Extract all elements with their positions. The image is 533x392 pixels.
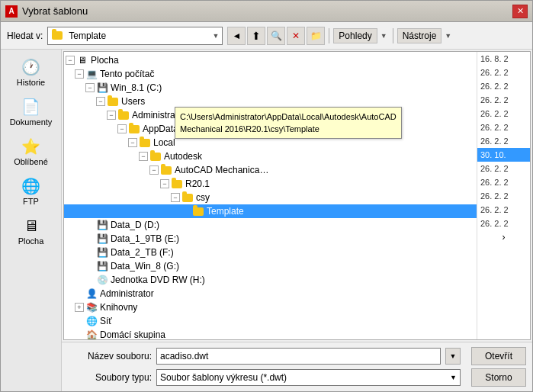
expand-appdata[interactable]: −	[117, 124, 127, 133]
drive-c-icon: 💾	[96, 82, 108, 93]
chevron-right-icon: ›	[502, 232, 506, 243]
tree-view: − 🖥 Plocha − 💻 Tento počítač	[64, 52, 477, 339]
expand-right[interactable]: ›	[477, 230, 530, 244]
open-button[interactable]: Otevřít	[471, 347, 526, 365]
look-in-value: Template	[69, 31, 209, 41]
tree-label-1: Tento počítač	[100, 69, 154, 79]
date-row-4: 26. 2. 2	[477, 107, 530, 120]
history-icon: 🕐	[19, 56, 43, 78]
toolbar: Hledat v: Template ▼ ◄ ⬆ 🔍 ✕ 📁 Pohledy ▼…	[1, 22, 532, 50]
toolbar-separator	[329, 28, 329, 43]
date-row-3: 26. 2. 2	[477, 93, 530, 107]
expand-admin[interactable]: −	[107, 111, 116, 120]
filetype-arrow-icon: ▼	[450, 374, 457, 381]
ftp-icon: 🌐	[19, 175, 43, 197]
expand-users[interactable]: −	[96, 97, 105, 106]
filename-label: Název souboru:	[68, 351, 152, 361]
expand-knihovny[interactable]: +	[75, 303, 84, 312]
bottom-fields: Název souboru: ▼ Soubory typu: Soubor ša…	[68, 345, 461, 388]
tree-item-data-d[interactable]: 💾 Data_D (D:)	[64, 218, 477, 232]
sidebar-item-plocha[interactable]: 🖥 Plocha	[4, 211, 59, 249]
path-tooltip: C:\Users\Administrator\AppData\Local\Aut…	[175, 107, 402, 139]
drive-d-icon: 💾	[96, 220, 108, 230]
date-row-10: 26. 2. 2	[477, 189, 530, 203]
sidebar-label-1: Dokumenty	[10, 117, 53, 127]
delete-button[interactable]: ✕	[287, 27, 305, 45]
tree-item-data-2-tb[interactable]: 💾 Data_2_TB (F:)	[64, 246, 477, 259]
tooltip-line2: Mechanical 2016\R20.1\csy\Template	[180, 123, 397, 135]
filetype-value: Soubor šablony výkresu (*.dwt)	[160, 372, 287, 383]
r20-folder-icon	[171, 178, 183, 189]
sidebar-item-dokumenty[interactable]: 📄 Dokumenty	[4, 92, 59, 130]
tree-label-9: R20.1	[185, 178, 210, 189]
tree-item-data-1-9tb[interactable]: 💾 Data_1_9TB (E:)	[64, 232, 477, 246]
tree-item-r20[interactable]: − R20.1	[64, 177, 477, 191]
close-button[interactable]: ✕	[512, 5, 528, 18]
sidebar: 🕐 Historie 📄 Dokumenty ⭐ Oblíbené 🌐 FTP …	[1, 50, 62, 391]
tree-item-tento-pocitac[interactable]: − 💻 Tento počítač	[64, 67, 477, 81]
expand-autodesk[interactable]: −	[139, 152, 148, 161]
filename-dropdown[interactable]: ▼	[445, 348, 461, 365]
back-button[interactable]: ◄	[227, 27, 246, 45]
date-row-5: 26. 2. 2	[477, 120, 530, 134]
filetype-label: Soubory typu:	[68, 372, 152, 383]
tree-label-6: Local	[153, 137, 175, 148]
app-icon: A	[5, 5, 18, 18]
expand-pocitac[interactable]: −	[75, 69, 84, 79]
sidebar-item-oblibene[interactable]: ⭐ Oblíbené	[4, 132, 59, 170]
dvd-icon: 💿	[96, 275, 108, 285]
sidebar-item-historie[interactable]: 🕐 Historie	[4, 53, 59, 91]
bottom-area: Název souboru: ▼ Soubory typu: Soubor ša…	[62, 342, 532, 391]
tree-label-19: Síť	[100, 316, 112, 326]
tooltip-line1: C:\Users\Administrator\AppData\Local\Aut…	[180, 111, 397, 123]
tree-item-domaci[interactable]: 🏠 Domácí skupina	[64, 328, 477, 339]
tree-item-data-win8[interactable]: 💾 Data_Win_8 (G:)	[64, 259, 477, 273]
tree-item-autocad[interactable]: − AutoCAD Mechanica…	[64, 163, 477, 177]
create-folder-button[interactable]: 📁	[307, 27, 325, 45]
date-row-0: 16. 8. 2	[477, 52, 530, 66]
computer-tree-icon: 💻	[85, 69, 98, 79]
tools-button[interactable]: Nástroje	[397, 28, 442, 43]
expand-plocha[interactable]: −	[66, 56, 75, 65]
sidebar-label-3: FTP	[23, 197, 39, 206]
tree-label-8: AutoCAD Mechanica…	[175, 165, 268, 175]
tree-item-sit[interactable]: 🌐 Síť	[64, 314, 477, 328]
tree-item-win81[interactable]: − 💾 Win_8.1 (C:)	[64, 81, 477, 95]
homegroup-icon: 🏠	[85, 329, 98, 339]
bottom-rows: Název souboru: ▼ Soubory typu: Soubor ša…	[68, 345, 526, 388]
expand-win81[interactable]: −	[85, 83, 95, 92]
expand-csy[interactable]: −	[171, 193, 180, 202]
sidebar-label-4: Plocha	[18, 236, 44, 246]
tree-item-knihovny[interactable]: + 📚 Knihovny	[64, 300, 477, 314]
search-button[interactable]: 🔍	[267, 27, 285, 45]
expand-local[interactable]: −	[128, 138, 137, 147]
title-bar-left: A Vybrat šablonu	[5, 5, 88, 18]
tree-item-autodesk[interactable]: − Autodesk	[64, 149, 477, 163]
date-row-11: 26. 2. 2	[477, 203, 530, 217]
tree-item-csy[interactable]: − csy	[64, 191, 477, 204]
views-button[interactable]: Pohledy	[333, 28, 377, 43]
favorites-icon: ⭐	[19, 136, 43, 157]
tree-item-administrator2[interactable]: 👤 Administrator	[64, 287, 477, 300]
tree-item-plocha[interactable]: − 🖥 Plocha	[64, 53, 477, 67]
expand-autocad[interactable]: −	[149, 165, 159, 175]
views-arrow-icon: ▼	[379, 32, 389, 40]
date-row-8: 26. 2. 2	[477, 162, 530, 175]
tree-item-jednotka[interactable]: 💿 Jednotka DVD RW (H:)	[64, 273, 477, 287]
autodesk-folder-icon	[149, 151, 162, 162]
sidebar-item-ftp[interactable]: 🌐 FTP	[4, 172, 59, 210]
filename-input[interactable]	[156, 348, 441, 365]
expand-r20[interactable]: −	[160, 179, 169, 188]
tree-item-template[interactable]: Template	[64, 204, 477, 218]
tree-label-18: Knihovny	[100, 302, 137, 313]
look-in-combo[interactable]: Template ▼	[47, 27, 223, 45]
sidebar-label-2: Oblíbené	[14, 157, 48, 166]
autocad-folder-icon	[160, 165, 172, 175]
date-row-7: 30. 10.	[477, 148, 530, 162]
file-browser[interactable]: C:\Users\Administrator\AppData\Local\Aut…	[63, 51, 531, 340]
tree-label-7: Autodesk	[164, 151, 202, 162]
toolbar-separator2	[393, 28, 393, 43]
up-button[interactable]: ⬆	[247, 27, 265, 45]
filetype-combo[interactable]: Soubor šablony výkresu (*.dwt) ▼	[156, 369, 461, 386]
cancel-button[interactable]: Storno	[471, 368, 526, 387]
